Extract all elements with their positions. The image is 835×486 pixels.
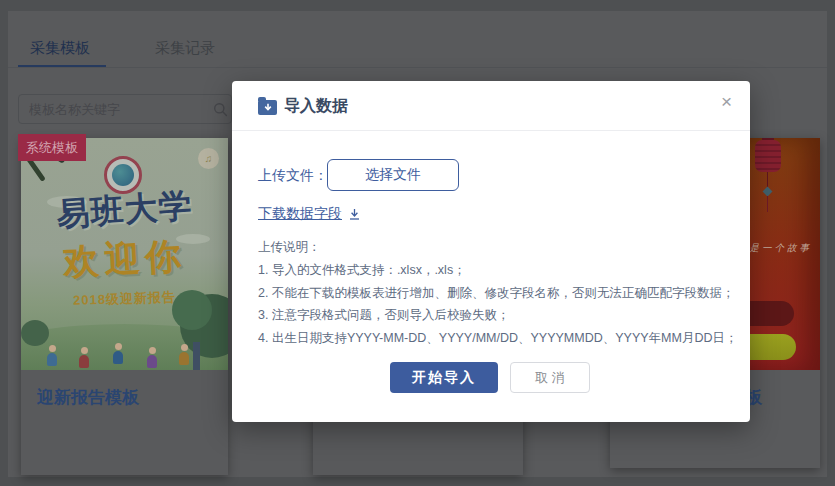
download-fields-row[interactable]: 下载数据字段 [258, 205, 361, 223]
lantern-tassel [763, 187, 773, 197]
upload-note-line: 3. 注意字段格式问题，否则导入后校验失败； [258, 304, 737, 327]
dialog-header: 导入数据 × [232, 81, 750, 131]
person-figure [147, 347, 157, 368]
lantern-icon [755, 140, 781, 172]
music-note-icon: ♫ [198, 148, 219, 169]
person-figure [47, 345, 57, 366]
tab-collect-template[interactable]: 采集模板 [30, 39, 90, 58]
person-figure [79, 347, 89, 368]
person-figure [179, 344, 189, 365]
upload-file-label: 上传文件： [258, 159, 328, 191]
search-icon [213, 102, 228, 117]
tree-trunk-decoration [193, 342, 200, 370]
logo-core [112, 164, 134, 186]
dialog-title: 导入数据 [284, 96, 348, 117]
upload-note-line: 4. 出生日期支持YYYY-MM-DD、YYYY/MM/DD、YYYYMMDD、… [258, 327, 737, 350]
tree-decoration [172, 290, 212, 330]
start-import-button[interactable]: 开始导入 [390, 362, 498, 393]
upload-note-line: 1. 导入的文件格式支持：.xlsx，.xls； [258, 259, 737, 282]
tabs-divider [8, 67, 827, 68]
download-icon [348, 208, 361, 221]
upload-notes-title: 上传说明： [258, 239, 321, 256]
import-data-dialog: 导入数据 × 上传文件： 选择文件 下载数据字段 上传说明： 1. 导入的文件格… [232, 81, 750, 422]
card-cover-image: ♫ 易班大学 欢迎你 2018级迎新报告 [21, 138, 228, 370]
card-title: 迎新报告模板 [37, 386, 139, 409]
app-window: 采集模板 采集记录 ♫ 易班大学 欢迎你 2018级迎新报告 [0, 0, 835, 486]
bush-decoration [21, 320, 49, 346]
download-fields-link[interactable]: 下载数据字段 [258, 205, 342, 223]
cover-subheadline: 欢迎你 [21, 230, 228, 290]
system-template-badge: 系统模板 [18, 134, 86, 161]
tab-collect-record[interactable]: 采集记录 [155, 39, 215, 58]
search-input[interactable] [19, 102, 213, 117]
lantern-tassel [767, 196, 768, 212]
choose-file-button[interactable]: 选择文件 [327, 159, 459, 191]
upload-notes-list: 1. 导入的文件格式支持：.xlsx，.xls； 2. 不能在下载的模板表进行增… [258, 259, 737, 349]
template-card-welcome-report[interactable]: ♫ 易班大学 欢迎你 2018级迎新报告 迎新报告模板 [21, 138, 228, 475]
import-folder-icon [258, 100, 277, 115]
close-icon[interactable]: × [721, 92, 732, 111]
person-figure [113, 343, 123, 364]
upload-note-line: 2. 不能在下载的模板表进行增加、删除、修改字段名称，否则无法正确匹配字段数据； [258, 282, 737, 305]
template-search-box[interactable] [18, 94, 232, 124]
cancel-button[interactable]: 取 消 [510, 362, 590, 393]
